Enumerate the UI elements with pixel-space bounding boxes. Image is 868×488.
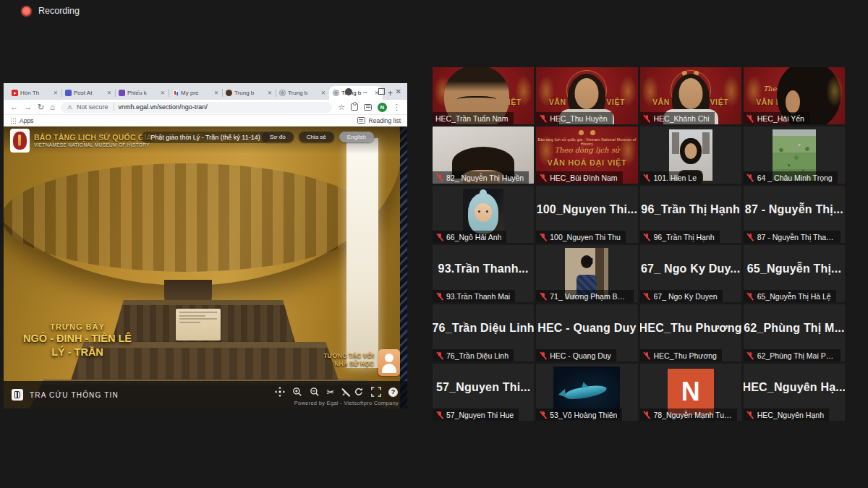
participant-label: HEC_Thu Phương [640, 349, 722, 361]
participant-display-name: 62_Phùng Thị M... [744, 304, 845, 351]
mic-muted-icon [435, 233, 443, 241]
help-icon[interactable]: ? [388, 388, 398, 397]
window-maximize-button[interactable] [378, 88, 385, 95]
museum-logo[interactable] [10, 129, 30, 153]
apps-grid-icon[interactable] [10, 118, 16, 124]
participant-tile[interactable]: 82_ Nguyễn Thị Huyền [433, 127, 534, 184]
not-secure-icon: ⚠ [67, 104, 72, 111]
music-off-icon[interactable]: ♪ [342, 388, 347, 397]
forward-icon[interactable]: → [24, 103, 32, 111]
window-close-button[interactable]: ✕ [396, 88, 401, 95]
window-minimize-button[interactable]: – [363, 88, 367, 95]
reading-list-label[interactable]: Reading list [369, 117, 401, 124]
map-button[interactable]: Sơ đồ [262, 132, 294, 142]
participant-label: HEC_Khánh Chi [640, 112, 715, 124]
participant-label: 100_Nguyen Thi Thu [536, 231, 626, 243]
participant-display-name: HEC_Nguyên Hạ... [744, 364, 845, 411]
participant-tile[interactable]: N 78_Nguyễn Mạnh Tuấn [640, 364, 741, 421]
historian-avatar-icon[interactable] [378, 349, 400, 376]
tour-bottom-bar: TRA CỨU THÔNG TIN ✂ ♪ [4, 381, 407, 408]
powered-by-label: Powered by Egal - Vietsoftpro Company [294, 400, 399, 406]
bookmark-star-icon[interactable]: ☆ [338, 103, 345, 111]
mic-muted-icon [435, 411, 443, 419]
back-icon[interactable]: ← [10, 103, 18, 111]
participant-display-name: 100_Nguyen Thi... [536, 186, 637, 233]
tab-close-icon[interactable]: ✕ [161, 90, 165, 96]
extensions-icon[interactable] [351, 103, 358, 111]
browser-tab[interactable]: Trung b ✕ [222, 86, 276, 100]
url-field[interactable]: ⚠ Not secure vnmh.egal.vn/section/ngo-tr… [61, 102, 332, 113]
participant-display-name: 57_Nguyen Thi... [433, 364, 534, 411]
tab-close-icon[interactable]: ✕ [54, 90, 58, 96]
reload-icon[interactable]: ↻ [38, 103, 44, 111]
participant-tile[interactable]: HEC_Thu Phương HEC_Thu Phương [640, 304, 741, 361]
reading-list-icon[interactable] [364, 104, 372, 111]
participant-tile[interactable]: 62_Phùng Thị M... 62_Phùng Thị Mai Phươn… [744, 304, 845, 361]
mic-muted-icon [643, 351, 651, 360]
participant-tile[interactable]: HEC_Nguyên Hạ... HEC_Nguyên Hạnh [744, 364, 845, 421]
zoom-out-icon[interactable] [310, 387, 320, 397]
participant-tile[interactable]: VĂN HOÁ ĐẠI VIỆT HEC_Khánh Chi [640, 67, 741, 124]
tab-close-icon[interactable]: ✕ [268, 90, 272, 96]
language-button[interactable]: English [339, 132, 374, 142]
participant-tile[interactable]: 65_Nguyễn Thị... 65_Nguyễn Thị Hà Lệ [744, 245, 845, 302]
participant-label: HEC_Hải Yến [744, 112, 809, 124]
browser-tab[interactable]: Post At ✕ [61, 86, 115, 100]
share-button[interactable]: Chia sẻ [299, 132, 334, 142]
participant-label: 57_Nguyen Thi Hue [433, 408, 519, 421]
meeting-screen: Recording Hòn Th ✕ Post At ✕ Phiếu k ✕ M… [0, 0, 868, 488]
fullscreen-icon[interactable] [371, 387, 381, 397]
profile-avatar[interactable]: N [378, 103, 387, 112]
mic-muted-icon [746, 351, 754, 360]
apps-label[interactable]: Apps [20, 117, 33, 124]
home-icon[interactable]: ⌂ [50, 103, 55, 111]
participant-label: HEC - Quang Duy [536, 349, 616, 361]
participant-tile[interactable]: 53_Võ Hoàng Thiên [536, 364, 637, 421]
mic-muted-icon [643, 114, 651, 123]
browser-tab[interactable]: My pre ✕ [169, 86, 222, 100]
rotate-icon[interactable] [354, 387, 364, 397]
browser-circle-icon[interactable] [345, 88, 352, 95]
participant-label: 64 _ Châu Minh Trọng [744, 171, 838, 184]
participant-tile[interactable]: Bảo tàng lịch sử quốc gia - Vietnam Nati… [536, 127, 637, 184]
participant-label: HEC_Bùi Đình Nam [536, 171, 622, 184]
museum-tour-viewport[interactable]: BẢO TÀNG LỊCH SỬ QUỐC GIA VIETNAMESE NAT… [4, 127, 407, 408]
participant-display-name: 93.Trần Thanh... [433, 245, 534, 292]
participant-tile[interactable]: 76_Trần Diệu Linh 76_Trần Diệu Linh [433, 304, 534, 361]
browser-tab[interactable]: Phiếu k ✕ [115, 86, 169, 100]
browser-tab[interactable]: Hòn Th ✕ [8, 86, 61, 100]
reading-list-icon[interactable] [357, 117, 365, 124]
participant-display-name: 65_Nguyễn Thị... [744, 245, 845, 292]
tab-close-icon[interactable]: ✕ [321, 90, 326, 96]
tab-close-icon[interactable]: ✕ [107, 90, 111, 96]
participant-tile[interactable]: 64 _ Châu Minh Trọng [744, 127, 845, 184]
participant-tile[interactable]: Theo dòng lịch sử VĂN HOÁ ĐẠI VIỆT HEC_H… [744, 67, 845, 124]
participant-tile-active-speaker[interactable]: VĂN HOÁ ĐẠI VIỆT HEC_Trần Tuấn Nam [433, 67, 534, 124]
browser-menu-icon[interactable]: ⋮ [393, 103, 401, 111]
participant-tile[interactable]: 87 - Nguyễn Thị... 87 - Nguyễn Thị Thanh… [744, 186, 845, 243]
viewer-edge-band [400, 127, 407, 408]
app-favicon [65, 90, 72, 96]
participant-tile[interactable]: VĂN HOÁ ĐẠI VIỆT HEC_Thu Huyền [536, 67, 637, 124]
lookup-info-button[interactable]: TRA CỨU THÔNG TIN [12, 389, 119, 401]
participant-tile[interactable]: 96_Trần Thị Hạnh 96_Trần Thị Hạnh [640, 186, 741, 243]
tab-close-icon[interactable]: ✕ [214, 90, 218, 96]
pan-icon[interactable] [275, 387, 285, 397]
participant-tile[interactable]: 101. Hien Le [640, 127, 741, 184]
participant-tile[interactable]: 100_Nguyen Thi... 100_Nguyen Thi Thu [536, 186, 637, 243]
participant-tile[interactable]: 66_Ngô Hải Anh [433, 186, 534, 243]
participant-tile[interactable]: HEC - Quang Duy HEC - Quang Duy [536, 304, 637, 361]
participant-tile[interactable]: 67_ Ngo Ky Duy... 67_ Ngo Ky Duyen [640, 245, 741, 302]
mic-muted-icon [435, 292, 443, 301]
participant-tile[interactable]: 93.Trần Thanh... 93.Trần Thanh Mai [433, 245, 534, 302]
scissors-icon[interactable]: ✂ [327, 388, 335, 397]
mic-muted-icon [746, 174, 754, 182]
recording-dot-icon [22, 7, 31, 16]
browser-tab[interactable]: Trung b ✕ [276, 86, 329, 100]
mic-muted-icon [539, 233, 547, 241]
museum-title: BẢO TÀNG LỊCH SỬ QUỐC GIA [34, 133, 152, 142]
participant-tile[interactable]: 57_Nguyen Thi... 57_Nguyen Thi Hue [433, 364, 534, 421]
mic-muted-icon [746, 292, 754, 301]
zoom-in-icon[interactable] [292, 387, 302, 397]
participant-tile[interactable]: 71_ Vương Phạm Bảo Ch... [536, 245, 637, 302]
